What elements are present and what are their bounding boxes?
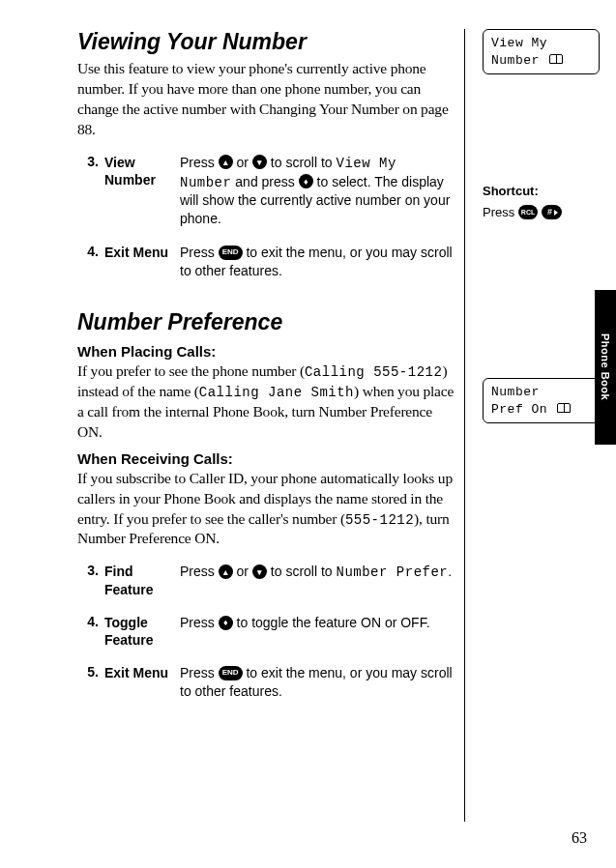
step-number: 4.	[77, 244, 104, 280]
phonebook-icon	[557, 403, 571, 413]
display-line1: Number	[491, 384, 591, 401]
main-content: Viewing Your Number Use this feature to …	[77, 29, 455, 716]
rcl-key-icon: RCL	[518, 205, 538, 219]
sidebar: View My Number Shortcut: Press RCL # Num…	[464, 29, 600, 822]
scroll-down-icon: ▾	[252, 564, 267, 579]
section-title-preference: Number Preference	[77, 309, 455, 335]
sub2-body: If you subscribe to Caller ID, your phon…	[77, 469, 455, 550]
hash-key-icon: #	[542, 205, 562, 219]
text: Press	[180, 155, 219, 170]
scroll-up-icon: ▴	[219, 564, 233, 579]
step-number: 3.	[77, 563, 104, 597]
step-number: 3.	[77, 154, 104, 229]
lcd-text: Calling Jane Smith	[199, 385, 354, 400]
section1-intro: Use this feature to view your phone's cu…	[77, 59, 455, 140]
step-description: Press END to exit the menu, or you may s…	[180, 244, 455, 280]
text: .	[448, 564, 452, 579]
text: to scroll to	[267, 155, 337, 170]
step-label: View Number	[104, 154, 180, 229]
lcd-text: Number Prefer	[337, 564, 449, 580]
text: Press	[180, 245, 219, 260]
step-label: Toggle Feature	[104, 614, 180, 649]
display-line2: Number	[491, 52, 591, 70]
shortcut-title: Shortcut:	[483, 181, 600, 202]
step-row: 4. Toggle Feature Press ♦ to toggle the …	[77, 614, 455, 649]
text: Number	[491, 53, 540, 68]
end-key-icon: END	[219, 666, 243, 680]
step-row: 5. Exit Menu Press END to exit the menu,…	[77, 664, 455, 701]
text: Press	[180, 615, 219, 630]
text: If you prefer to see the phone number (	[77, 362, 305, 379]
display-numberpref: Number Pref On	[483, 378, 600, 423]
scroll-up-icon: ▴	[219, 155, 233, 169]
section1-steps: 3. View Number Press ▴ or ▾ to scroll to…	[77, 154, 455, 280]
step-label: Find Feature	[104, 563, 180, 597]
step-description: Press ▴ or ▾ to scroll to Number Prefer.	[180, 563, 455, 597]
text: Press	[180, 564, 219, 579]
sub1-body: If you prefer to see the phone number (C…	[77, 362, 455, 443]
subhead-receiving: When Receiving Calls:	[77, 450, 455, 467]
page-number: 63	[572, 829, 587, 847]
end-key-icon: END	[219, 246, 243, 260]
select-icon: ♦	[299, 174, 313, 188]
section2: Number Preference When Placing Calls: If…	[77, 309, 455, 701]
subhead-placing: When Placing Calls:	[77, 343, 455, 360]
side-tab-phonebook: Phone Book	[595, 290, 616, 445]
step-row: 3. Find Feature Press ▴ or ▾ to scroll t…	[77, 563, 455, 597]
step-description: Press ▴ or ▾ to scroll to View My Number…	[180, 154, 455, 229]
phonebook-icon	[549, 54, 563, 64]
select-icon: ♦	[219, 616, 233, 630]
scroll-down-icon: ▾	[252, 155, 267, 169]
step-description: Press END to exit the menu, or you may s…	[180, 664, 455, 701]
step-row: 3. View Number Press ▴ or ▾ to scroll to…	[77, 154, 455, 229]
lcd-text: Calling 555-1212	[305, 364, 442, 380]
step-number: 4.	[77, 614, 104, 649]
text: to scroll to	[267, 564, 337, 579]
display-line1: View My	[491, 35, 591, 52]
text: to toggle the feature ON or OFF.	[233, 615, 430, 630]
display-viewmynumber: View My Number	[483, 29, 600, 74]
text: Press	[180, 665, 219, 680]
step-description: Press ♦ to toggle the feature ON or OFF.	[180, 614, 455, 649]
step-number: 5.	[77, 664, 104, 701]
text: or	[233, 564, 252, 579]
shortcut-press-line: Press RCL #	[483, 202, 600, 223]
step-label: Exit Menu	[104, 664, 180, 701]
text: and press	[231, 174, 298, 189]
shortcut-box: Shortcut: Press RCL #	[483, 181, 600, 223]
section-title-viewing: Viewing Your Number	[77, 29, 455, 55]
display-line2: Pref On	[491, 401, 591, 419]
text: or	[233, 155, 252, 170]
text: Press	[483, 205, 514, 219]
step-row: 4. Exit Menu Press END to exit the menu,…	[77, 244, 455, 280]
section2-steps: 3. Find Feature Press ▴ or ▾ to scroll t…	[77, 563, 455, 701]
step-label: Exit Menu	[104, 244, 180, 280]
lcd-text: 555-1212	[345, 512, 414, 528]
text: Pref On	[491, 402, 547, 417]
